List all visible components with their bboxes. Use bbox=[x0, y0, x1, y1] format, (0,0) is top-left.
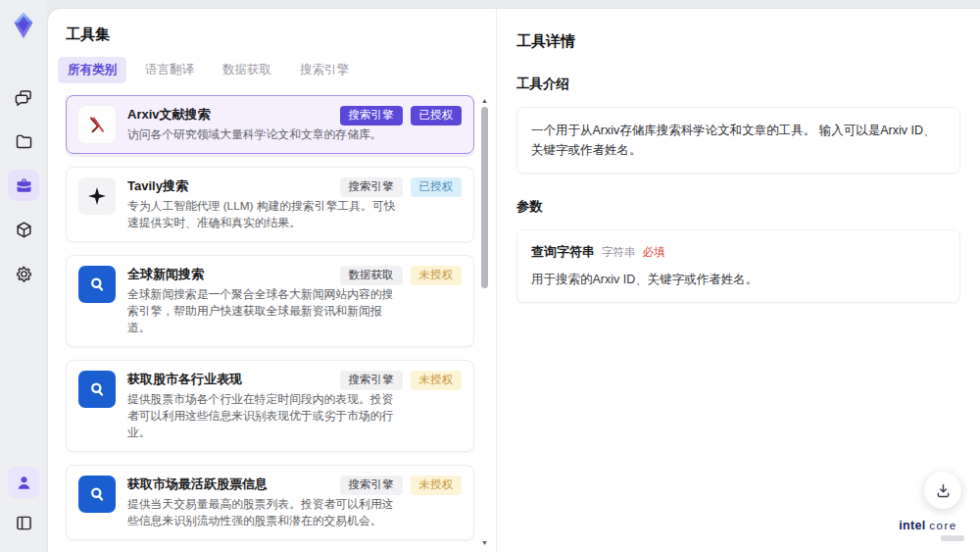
tool-description: 访问各个研究领域大量科学论文和文章的存储库。 bbox=[127, 126, 404, 143]
param-description: 用于搜索的Arxiv ID、关键字或作者姓名。 bbox=[531, 271, 946, 289]
tool-badges: 搜索引擎 已授权 bbox=[340, 106, 463, 125]
tool-badges: 搜索引擎 已授权 bbox=[340, 177, 463, 197]
tool-icon bbox=[78, 476, 116, 513]
tool-card[interactable]: 获取市场最活跃股票信息 提供当天交易量最高的股票列表。投资者可以利用这些信息来识… bbox=[66, 465, 474, 540]
app-logo[interactable] bbox=[7, 9, 40, 42]
tool-list: Arxiv文献搜索 访问各个研究领域大量科学论文和文章的存储库。 搜索引擎 已授… bbox=[66, 95, 474, 552]
tool-description: 专为人工智能代理 (LLM) 构建的搜索引擎工具。可快速提供实时、准确和真实的结… bbox=[127, 198, 404, 231]
tool-list-pane: 工具集 所有类别 语言翻译 数据获取 搜索引擎 Arxiv文献搜索 访问各个研究… bbox=[48, 9, 496, 552]
download-icon bbox=[934, 481, 953, 500]
toolbox-icon[interactable] bbox=[8, 170, 39, 201]
chat-icon[interactable] bbox=[8, 81, 39, 113]
layout-panel-icon[interactable] bbox=[8, 507, 39, 538]
scrollbar-down-icon[interactable]: ▼ bbox=[480, 539, 489, 546]
category-badge: 搜索引擎 bbox=[340, 371, 403, 390]
tool-icon bbox=[78, 266, 116, 303]
settings-icon[interactable] bbox=[8, 258, 39, 289]
category-badge: 数据获取 bbox=[340, 266, 403, 285]
category-tabs: 所有类别 语言翻译 数据获取 搜索引擎 bbox=[58, 57, 496, 83]
detail-title: 工具详情 bbox=[516, 32, 960, 51]
intro-section-title: 工具介绍 bbox=[516, 75, 960, 93]
list-scrollbar[interactable]: ▲ ▼ bbox=[480, 97, 489, 546]
main-panel: 工具集 所有类别 语言翻译 数据获取 搜索引擎 Arxiv文献搜索 访问各个研究… bbox=[47, 8, 980, 552]
category-tab[interactable]: 搜索引擎 bbox=[290, 57, 359, 83]
left-rail bbox=[0, 0, 47, 552]
category-tab[interactable]: 数据获取 bbox=[213, 57, 281, 83]
auth-status-badge: 未授权 bbox=[411, 266, 463, 285]
tool-badges: 搜索引擎 未授权 bbox=[340, 476, 463, 495]
brand-core: core bbox=[929, 520, 956, 531]
tool-badges: 数据获取 未授权 bbox=[340, 266, 463, 285]
tool-detail-pane: 工具详情 工具介绍 一个用于从Arxiv存储库搜索科学论文和文章的工具。 输入可… bbox=[496, 9, 980, 552]
category-tab[interactable]: 所有类别 bbox=[58, 57, 126, 83]
tool-badges: 搜索引擎 未授权 bbox=[340, 371, 463, 390]
auth-status-badge: 未授权 bbox=[411, 371, 463, 390]
tool-description: 提供当天交易量最高的股票列表。投资者可以利用这些信息来识别流动性强的股票和潜在的… bbox=[127, 496, 404, 529]
param-required-label: 必填 bbox=[643, 245, 665, 260]
scrollbar-thumb[interactable] bbox=[481, 107, 488, 288]
param-type: 字符串 bbox=[602, 245, 636, 260]
brand-subtext-mark bbox=[941, 535, 964, 541]
tool-card[interactable]: 全球新闻搜索 全球新闻搜索是一个聚合全球各大新闻网站内容的搜索引擎，帮助用户快速… bbox=[66, 255, 474, 347]
package-icon[interactable] bbox=[8, 214, 39, 245]
tool-card[interactable]: Arxiv文献搜索 访问各个研究领域大量科学论文和文章的存储库。 搜索引擎 已授… bbox=[66, 95, 474, 154]
tool-card[interactable]: 获取股市各行业表现 提供股票市场各个行业在特定时间段内的表现。投资者可以利用这些… bbox=[66, 360, 474, 452]
page-title: 工具集 bbox=[66, 25, 496, 44]
category-badge: 搜索引擎 bbox=[340, 476, 403, 495]
auth-status-badge: 未授权 bbox=[411, 476, 463, 495]
param-box: 查询字符串 字符串 必填 用于搜索的Arxiv ID、关键字或作者姓名。 bbox=[516, 229, 960, 303]
params-section-title: 参数 bbox=[516, 198, 960, 216]
auth-status-badge: 已授权 bbox=[411, 106, 463, 125]
tool-icon bbox=[78, 177, 116, 215]
tool-description: 提供股票市场各个行业在特定时间段内的表现。投资者可以利用这些信息来识别表现优于或… bbox=[127, 391, 404, 441]
scrollbar-up-icon[interactable]: ▲ bbox=[480, 97, 489, 104]
param-name: 查询字符串 bbox=[531, 243, 595, 261]
tool-card[interactable]: Tavily搜索 专为人工智能代理 (LLM) 构建的搜索引擎工具。可快速提供实… bbox=[66, 167, 474, 242]
intro-box: 一个用于从Arxiv存储库搜索科学论文和文章的工具。 输入可以是Arxiv ID… bbox=[516, 107, 960, 174]
tool-icon bbox=[78, 106, 116, 143]
category-badge: 搜索引擎 bbox=[340, 106, 403, 125]
intel-core-logo: intel core bbox=[888, 519, 968, 541]
intro-text: 一个用于从Arxiv存储库搜索科学论文和文章的工具。 输入可以是Arxiv ID… bbox=[531, 121, 946, 160]
auth-status-badge: 已授权 bbox=[411, 177, 463, 197]
category-badge: 搜索引擎 bbox=[340, 177, 403, 197]
tool-description: 全球新闻搜索是一个聚合全球各大新闻网站内容的搜索引擎，帮助用户快速获取全球最新资… bbox=[127, 286, 404, 336]
tool-icon bbox=[78, 371, 116, 408]
folder-icon[interactable] bbox=[8, 125, 39, 157]
category-tab[interactable]: 语言翻译 bbox=[135, 57, 204, 83]
user-icon[interactable] bbox=[8, 467, 39, 498]
brand-intel: intel bbox=[899, 519, 925, 532]
download-button[interactable] bbox=[924, 472, 961, 509]
